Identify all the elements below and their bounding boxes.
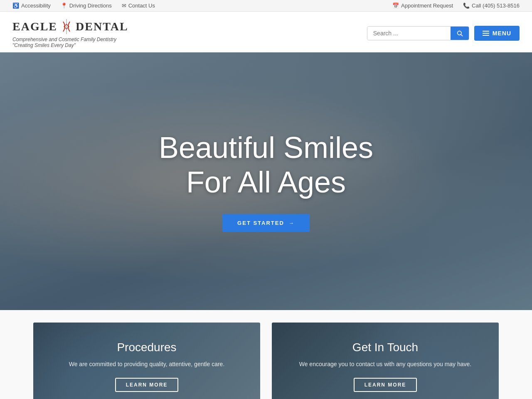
get-started-label: GET STARTED (237, 220, 284, 226)
arrow-right-icon: → (288, 220, 295, 226)
top-bar-left: ♿ Accessibility 📍 Driving Directions ✉ C… (12, 2, 155, 9)
cards-section: Procedures We are committed to providing… (0, 310, 532, 399)
procedures-btn-label: LEARN MORE (126, 382, 168, 388)
header: EAGLE DENTAL Comprehensive and Cosmetic … (0, 12, 532, 52)
phone-icon: 📞 (463, 2, 470, 9)
get-started-button[interactable]: GET STARTED → (222, 214, 310, 232)
appointment-request-link[interactable]: 📅 Appointment Request (392, 2, 453, 9)
search-input[interactable] (367, 27, 451, 40)
procedures-card-content: Procedures We are committed to providing… (52, 332, 241, 399)
driving-directions-label: Driving Directions (69, 2, 112, 9)
contact-us-link[interactable]: ✉ Contact Us (122, 2, 155, 9)
logo-tagline: Comprehensive and Cosmetic Family Dentis… (12, 37, 128, 48)
procedures-card: Procedures We are committed to providing… (33, 323, 260, 399)
touch-card-desc: We encourage you to contact us with any … (299, 360, 472, 369)
hero-title-line1: Beautiful Smiles (159, 131, 373, 164)
accessibility-label: Accessibility (21, 2, 51, 9)
top-bar: ♿ Accessibility 📍 Driving Directions ✉ C… (0, 0, 532, 12)
call-label: Call (405) 513-8516 (472, 2, 520, 9)
contact-us-label: Contact Us (128, 2, 155, 9)
tagline-line1: Comprehensive and Cosmetic Family Dentis… (12, 37, 116, 42)
procedures-card-title: Procedures (69, 341, 225, 354)
search-box (367, 26, 469, 40)
logo-area: EAGLE DENTAL Comprehensive and Cosmetic … (12, 18, 128, 48)
menu-button[interactable]: MENU (474, 26, 520, 41)
envelope-icon: ✉ (122, 2, 126, 9)
tagline-line2: "Creating Smiles Every Day" (12, 42, 76, 48)
touch-card-content: Get In Touch We encourage you to contact… (283, 332, 488, 399)
logo-eagle-text: EAGLE (12, 20, 57, 33)
touch-learn-more-button[interactable]: LEARN MORE (354, 378, 417, 392)
logo-divider-icon (59, 18, 74, 35)
procedures-learn-more-button[interactable]: LEARN MORE (115, 378, 179, 392)
hamburger-icon (483, 31, 489, 36)
get-in-touch-card: Get In Touch We encourage you to contact… (272, 323, 499, 399)
touch-card-title: Get In Touch (299, 341, 472, 354)
search-icon (456, 30, 463, 37)
accessibility-link[interactable]: ♿ Accessibility (12, 2, 51, 9)
logo[interactable]: EAGLE DENTAL (12, 18, 128, 35)
search-button[interactable] (451, 27, 469, 40)
svg-line-3 (461, 34, 463, 36)
header-right: MENU (367, 26, 520, 41)
driving-directions-link[interactable]: 📍 Driving Directions (61, 2, 112, 9)
call-link[interactable]: 📞 Call (405) 513-8516 (463, 2, 520, 9)
procedures-card-desc: We are committed to providing quality, a… (69, 360, 225, 369)
touch-btn-label: LEARN MORE (365, 382, 406, 388)
appointment-label: Appointment Request (401, 2, 453, 9)
hero-section: Beautiful Smiles For All Ages GET STARTE… (0, 52, 532, 310)
accessibility-icon: ♿ (12, 2, 19, 9)
hero-title: Beautiful Smiles For All Ages (159, 131, 373, 200)
logo-dental-text: DENTAL (76, 20, 128, 33)
hero-content: Beautiful Smiles For All Ages GET STARTE… (159, 131, 373, 232)
location-icon: 📍 (61, 2, 67, 9)
top-bar-right: 📅 Appointment Request 📞 Call (405) 513-8… (392, 2, 520, 9)
hero-title-line2: For All Ages (186, 165, 346, 199)
calendar-icon: 📅 (392, 2, 399, 9)
menu-label: MENU (493, 30, 511, 37)
